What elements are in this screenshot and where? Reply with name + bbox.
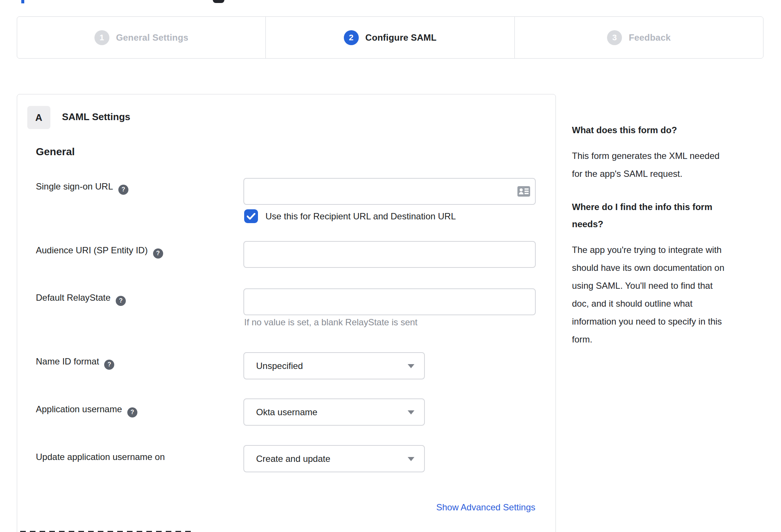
relay-state-input[interactable] xyxy=(243,288,536,315)
checkmark-icon xyxy=(247,213,255,220)
help-heading-2-line: Where do I find the info this form xyxy=(572,198,764,216)
name-id-format-label: Name ID format? xyxy=(36,356,114,370)
name-id-format-help-icon[interactable]: ? xyxy=(104,360,114,370)
application-username-value: Okta username xyxy=(256,407,317,417)
update-username-value: Create and update xyxy=(256,454,330,464)
step-3-circle: 3 xyxy=(607,30,622,45)
relay-state-help-icon[interactable]: ? xyxy=(116,296,126,306)
audience-uri-label: Audience URI (SP Entity ID)? xyxy=(36,245,163,259)
contact-card-icon[interactable] xyxy=(517,186,530,198)
sso-url-help-icon[interactable]: ? xyxy=(118,185,128,195)
sso-url-input[interactable] xyxy=(243,178,536,205)
cutoff-blue-fragment xyxy=(21,0,24,3)
configure-saml-page: 1 General Settings 2 Configure SAML 3 Fe… xyxy=(0,0,781,532)
update-username-label: Update application username on xyxy=(36,452,165,462)
step-2-label: Configure SAML xyxy=(365,32,437,43)
help-paragraph-2-line: form. xyxy=(572,331,764,348)
relay-state-hint: If no value is set, a blank RelayState i… xyxy=(244,317,417,328)
application-username-select[interactable]: Okta username xyxy=(243,398,425,426)
relay-state-label: Default RelayState? xyxy=(36,292,126,306)
cutoff-dark-icon-fragment xyxy=(213,0,224,3)
help-heading-1: What does this form do? xyxy=(572,122,764,139)
application-username-label: Application username? xyxy=(36,404,137,417)
step-general-settings[interactable]: 1 General Settings xyxy=(17,17,265,58)
audience-uri-help-icon[interactable]: ? xyxy=(153,248,163,259)
section-title: SAML Settings xyxy=(62,111,130,123)
chevron-down-icon xyxy=(408,364,414,368)
help-paragraph-2-line: doc, and it should outline what xyxy=(572,295,764,313)
step-feedback[interactable]: 3 Feedback xyxy=(514,17,763,58)
update-username-select[interactable]: Create and update xyxy=(243,445,425,472)
show-advanced-settings-link[interactable]: Show Advanced Settings xyxy=(436,502,535,513)
recipient-url-checkbox[interactable] xyxy=(244,209,258,223)
help-paragraph-2-line: information you need to specify in this xyxy=(572,313,764,331)
step-2-circle: 2 xyxy=(344,30,359,45)
name-id-format-value: Unspecified xyxy=(256,361,303,371)
general-group-title: General xyxy=(36,146,75,158)
help-paragraph-2-line: using SAML. You'll need to find that xyxy=(572,277,764,295)
recipient-url-checkbox-label: Use this for Recipient URL and Destinati… xyxy=(265,211,456,222)
saml-settings-panel: A SAML Settings General Single sign-on U… xyxy=(17,94,556,532)
help-sidebar: What does this form do? This form genera… xyxy=(572,122,764,348)
audience-uri-input[interactable] xyxy=(243,241,536,268)
help-paragraph-1-line: This form generates the XML needed xyxy=(572,147,764,165)
help-paragraph-2-line: should have its own documentation on xyxy=(572,259,764,277)
step-3-label: Feedback xyxy=(629,32,670,43)
chevron-down-icon xyxy=(408,410,414,414)
name-id-format-select[interactable]: Unspecified xyxy=(243,352,425,379)
application-username-help-icon[interactable]: ? xyxy=(127,407,137,417)
step-1-label: General Settings xyxy=(116,32,189,43)
step-configure-saml[interactable]: 2 Configure SAML xyxy=(265,17,514,58)
step-1-circle: 1 xyxy=(94,30,109,45)
chevron-down-icon xyxy=(408,457,414,461)
help-paragraph-2-line: The app you're trying to integrate with xyxy=(572,241,764,259)
help-heading-2-line: needs? xyxy=(572,216,764,233)
section-a-badge: A xyxy=(27,106,50,129)
sso-url-label: Single sign-on URL? xyxy=(36,181,128,195)
help-paragraph-1-line: for the app's SAML request. xyxy=(572,165,764,183)
wizard-stepper: 1 General Settings 2 Configure SAML 3 Fe… xyxy=(17,16,763,59)
